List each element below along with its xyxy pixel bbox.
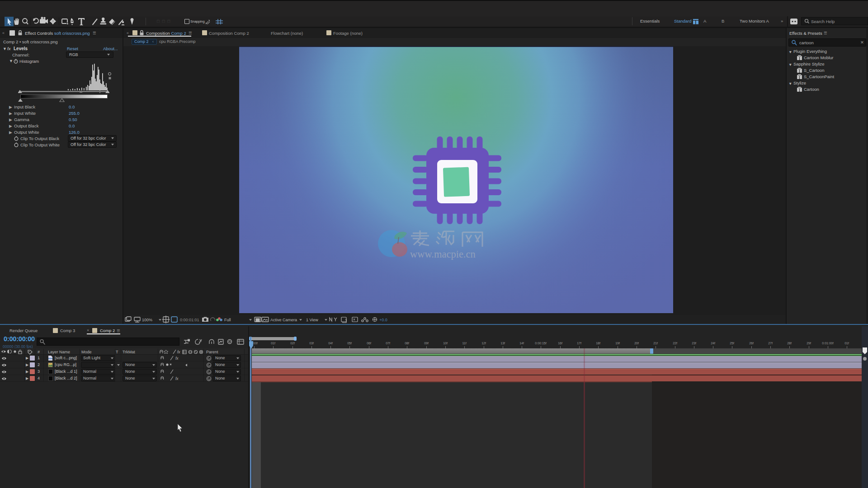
svg-text:#: #	[38, 350, 40, 354]
svg-text:fx: fx	[175, 356, 179, 361]
svg-text:www.macpie.cn: www.macpie.cn	[410, 249, 476, 260]
svg-text:100%: 100%	[142, 318, 152, 322]
svg-text:0:00:01:01: 0:00:01:01	[180, 318, 199, 322]
svg-text:fx: fx	[175, 376, 179, 381]
svg-text:fx: fx	[177, 350, 180, 354]
svg-text:Layer Name: Layer Name	[48, 350, 70, 354]
svg-text:+0.0: +0.0	[379, 318, 387, 322]
svg-text:TrkMat: TrkMat	[123, 350, 135, 354]
svg-text:Active Camera: Active Camera	[270, 318, 297, 322]
svg-text:Mode: Mode	[81, 350, 92, 354]
svg-text:1 View: 1 View	[306, 318, 318, 322]
svg-text:T: T	[116, 350, 118, 354]
svg-text:Full: Full	[224, 318, 231, 322]
svg-text:Parent: Parent	[206, 350, 218, 354]
